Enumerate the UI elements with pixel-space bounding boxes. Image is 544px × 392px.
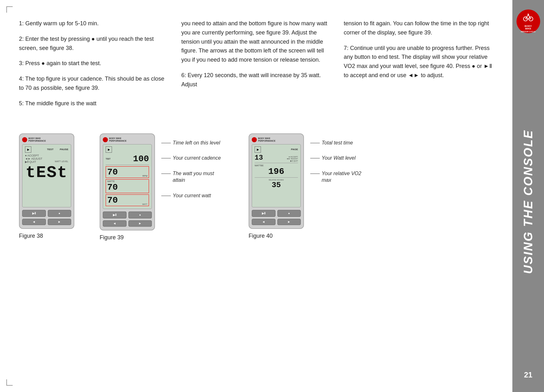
text-columns: 1: Gently warm up for 5-10 min. 2: Enter… xyxy=(19,19,493,114)
callout-line-40-1 xyxy=(310,143,320,143)
callout-line-3 xyxy=(161,174,171,174)
console-40-buttons: ▶Ⅱ ● ◄ ► xyxy=(252,210,301,225)
screen-39-watte: WATTE 70 xyxy=(106,179,149,193)
sidebar: BODYBIKEINDOOR CYCLE USING THE CONSOLE 2… xyxy=(512,0,544,392)
console-40-btn-person[interactable]: ● xyxy=(277,210,301,217)
figure-39-label: Figure 39 xyxy=(100,234,124,241)
console-40-btn-left[interactable]: ◄ xyxy=(252,219,275,225)
console-39-btn-person[interactable]: ● xyxy=(128,211,152,218)
figure-39-container: BODY BIKEPERFORMANCE ▶ TBT xyxy=(100,133,223,241)
main-content: 1: Gently warm up for 5-10 min. 2: Enter… xyxy=(0,0,512,392)
callout-text-3: The watt you must attain xyxy=(173,170,223,184)
console-38-screen: ▶ TEST PAUSE ● ACCEPT ◄► ADJUST ▶Ⅱ QUIT … xyxy=(22,144,71,207)
console-40-btn-play[interactable]: ▶Ⅱ xyxy=(252,210,275,217)
callout-40-1: Total test time xyxy=(310,140,372,146)
current-watt-val: 70 xyxy=(107,195,118,205)
console-40-header: BODY BIKEPERFORMANCE xyxy=(252,137,301,142)
callout-text-40-1: Total test time xyxy=(322,140,353,146)
step-5-cont: you need to attain and the bottom figure… xyxy=(181,19,331,64)
console-38-btn-right[interactable]: ► xyxy=(48,219,71,225)
text-column-1: 1: Gently warm up for 5-10 min. 2: Enter… xyxy=(19,19,169,114)
callout-39-1: Time left on this level xyxy=(161,140,223,146)
svg-point-7 xyxy=(528,14,529,15)
callout-text-4: Your current watt xyxy=(173,193,211,199)
console-39-brand: BODY BIKEPERFORMANCE xyxy=(109,137,127,142)
callout-line-40-2 xyxy=(310,158,320,158)
console-39-btn-play[interactable]: ▶Ⅱ xyxy=(103,211,127,218)
page-number: 21 xyxy=(524,371,533,379)
console-39-btn-right[interactable]: ► xyxy=(128,220,152,227)
console-38-btn-left[interactable]: ◄ xyxy=(22,219,46,225)
tbt-label: TBT xyxy=(106,157,111,160)
callout-40-3: Your relative VO2 max xyxy=(310,170,372,184)
console-40-btn-right[interactable]: ► xyxy=(277,219,301,225)
screen-40-top: ▶ PAGE xyxy=(255,146,298,153)
divider-1 xyxy=(106,165,149,165)
figure-38-label: Figure 38 xyxy=(19,233,43,239)
watt-label: WATT xyxy=(142,203,147,205)
body-bike-logo-svg xyxy=(520,9,536,24)
vo2-val-40: 35 xyxy=(255,181,298,189)
figure-40-container: BODY BIKEPERFORMANCE ▶ PAGE 13 xyxy=(249,133,372,239)
console-38-btn-person[interactable]: ● xyxy=(48,210,71,217)
screen-40-vo2: RELATIVE VO2 MAX 35 xyxy=(255,179,298,189)
callout-line-40-3 xyxy=(310,174,320,174)
wattbe-label: WATTBE xyxy=(255,164,298,167)
pause-label: PAUSE xyxy=(60,148,68,151)
callout-40-2: Your Watt level xyxy=(310,155,372,162)
console-39-header: BODY BIKEPERFORMANCE xyxy=(103,137,152,142)
figure-40-label: Figure 40 xyxy=(249,233,273,239)
step-3: 3: Press ● again to start the test. xyxy=(19,59,169,68)
callouts-39: Time left on this level Your current cad… xyxy=(161,133,223,208)
callout-text-1: Time left on this level xyxy=(173,140,220,146)
screen-39-cadence: 70 RPM xyxy=(106,166,149,178)
console-39-btn-left[interactable]: ◄ xyxy=(103,220,127,227)
console-38-logo xyxy=(22,137,27,142)
screen-38-top: ▶ TEST PAUSE xyxy=(25,146,68,153)
text-column-3: tension to fit again. You can follow the… xyxy=(344,19,493,114)
console-39-btn-row-1: ▶Ⅱ ● xyxy=(103,211,152,218)
callout-text-40-3: Your relative VO2 max xyxy=(322,170,372,184)
console-40: BODY BIKEPERFORMANCE ▶ PAGE 13 xyxy=(249,133,304,229)
console-38-btn-play[interactable]: ▶Ⅱ xyxy=(22,210,46,217)
callouts-40: Total test time Your Watt level Your rel… xyxy=(310,133,372,193)
sidebar-logo: BODYBIKEINDOOR CYCLE xyxy=(516,9,540,33)
console-40-screen: ▶ PAGE 13 ● ACCEPT ◄► ADJUST ▶Ⅱ QUIT xyxy=(252,144,301,207)
figure-39-wrapper: BODY BIKEPERFORMANCE ▶ TBT xyxy=(100,133,223,230)
console-38: BODY BIKEPERFORMANCE ▶ TEST PAUSE ● ACCE… xyxy=(19,133,74,229)
screen-39-icon: ▶ xyxy=(106,146,112,153)
watt-attain-val: 70 xyxy=(107,182,118,192)
step-7: 7: Continue until you are unable to prog… xyxy=(344,44,493,80)
callout-text-2: Your current cadence xyxy=(173,155,221,162)
console-40-brand: BODY BIKEPERFORMANCE xyxy=(258,137,275,142)
callout-39-2: Your current cadence xyxy=(161,155,223,162)
step-2: 2: Enter the test by pressing ● until yo… xyxy=(19,34,169,53)
test-label: TEST xyxy=(47,148,53,151)
console-39: BODY BIKEPERFORMANCE ▶ TBT xyxy=(100,133,155,230)
screen-39-current-watt: 70 WATT xyxy=(106,194,149,206)
divider-40-2 xyxy=(255,177,298,178)
screen-39-tbt: TBT 100 xyxy=(106,154,149,165)
figures-row: BODY BIKEPERFORMANCE ▶ TEST PAUSE ● ACCE… xyxy=(19,133,493,241)
svg-point-0 xyxy=(522,10,535,24)
console-39-screen: ▶ TBT 100 xyxy=(103,144,152,209)
callout-39-4: Your current watt xyxy=(161,193,223,199)
accept-adjust: ● ACCEPT ◄► ADJUST ▶Ⅱ QUIT xyxy=(286,156,298,162)
callout-39-3: The watt you must attain xyxy=(161,170,223,184)
screen-40-time: 13 ● ACCEPT ◄► ADJUST ▶Ⅱ QUIT xyxy=(255,154,298,163)
figure-38-container: BODY BIKEPERFORMANCE ▶ TEST PAUSE ● ACCE… xyxy=(19,133,74,239)
step-6-cont: tension to fit again. You can follow the… xyxy=(344,19,493,37)
console-39-buttons: ▶Ⅱ ● ◄ ► xyxy=(103,211,152,227)
divider-40-1 xyxy=(255,163,298,163)
console-39-btn-row-2: ◄ ► xyxy=(103,220,152,227)
logo-text: BODYBIKEINDOOR CYCLE xyxy=(521,25,535,33)
console-40-logo xyxy=(252,137,257,142)
console-38-brand: BODY BIKEPERFORMANCE xyxy=(28,137,46,142)
screen-38-icon: ▶ xyxy=(25,146,31,153)
time-val-40: 13 xyxy=(255,154,263,162)
screen-40-icon: ▶ xyxy=(255,146,261,153)
screen-38-display: tESt xyxy=(25,165,68,181)
screen-38-info: ● ACCEPT ◄► ADJUST ▶Ⅱ QUIT WATT LEVEL xyxy=(25,154,68,163)
console-38-header: BODY BIKEPERFORMANCE xyxy=(22,137,71,142)
screen-39-top: ▶ xyxy=(106,146,149,153)
